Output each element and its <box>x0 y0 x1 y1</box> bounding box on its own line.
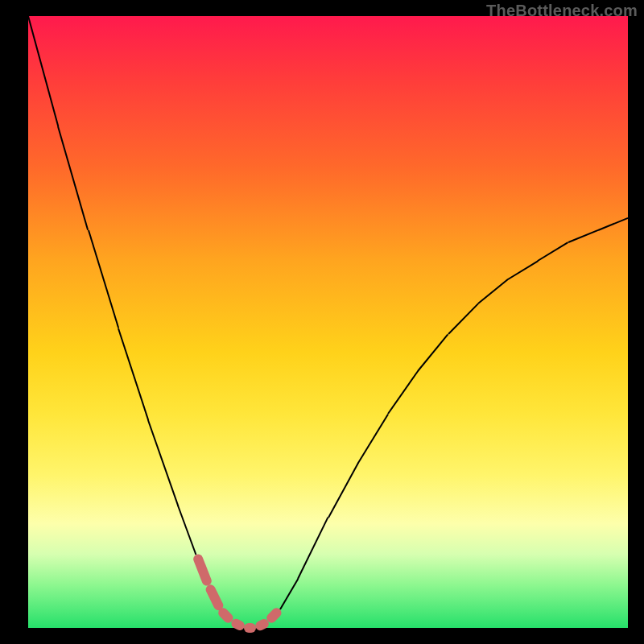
curve-segment <box>118 328 149 420</box>
chart-frame: TheBottleneck.com <box>0 0 644 644</box>
curve-segment <box>27 16 59 126</box>
curve-segment <box>568 229 598 243</box>
curve-segment <box>477 279 509 304</box>
watermark-text: TheBottleneck.com <box>486 2 638 20</box>
curve-segment <box>328 462 359 518</box>
curve-valley-segment <box>244 623 256 633</box>
curve-valley-segment <box>192 553 213 587</box>
curve-segment <box>297 518 328 580</box>
curve-segment <box>507 260 538 280</box>
curve-segment <box>538 242 568 262</box>
curve-segment <box>448 303 479 334</box>
plot-area <box>28 16 628 628</box>
curve-segment <box>279 579 299 610</box>
curve-segment <box>88 230 119 328</box>
curve-segment <box>597 217 628 231</box>
curve-segment <box>147 419 179 506</box>
curve-segment <box>177 506 196 555</box>
curve-segment <box>387 370 419 414</box>
curve-segment <box>417 334 448 372</box>
curve-segment <box>57 126 89 231</box>
curve-segment <box>357 413 389 463</box>
